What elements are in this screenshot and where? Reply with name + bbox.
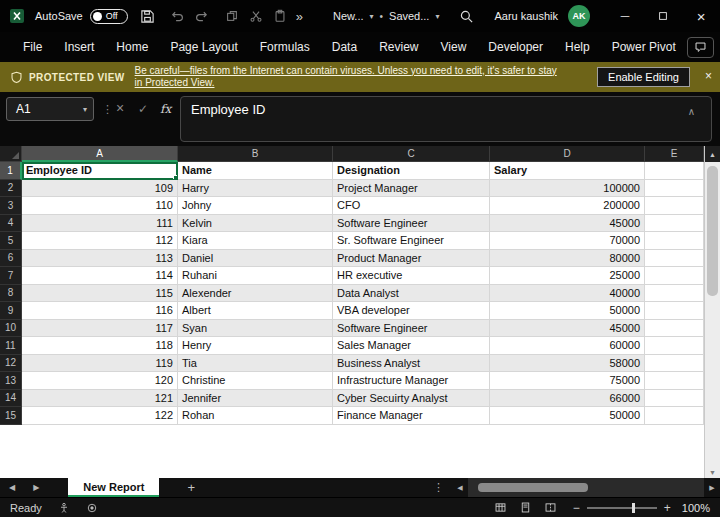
cell-e14[interactable]	[645, 390, 704, 408]
cell-a9[interactable]: 116	[22, 302, 178, 320]
cell-c7[interactable]: HR executive	[333, 267, 490, 285]
column-header-b[interactable]: B	[178, 146, 333, 162]
row-header-11[interactable]: 11	[0, 337, 22, 355]
scroll-down-icon[interactable]: ▼	[705, 469, 720, 476]
cell-b2[interactable]: Harry	[178, 180, 333, 198]
cell-a13[interactable]: 120	[22, 372, 178, 390]
accessibility-icon[interactable]	[58, 502, 70, 514]
cell-b6[interactable]: Daniel	[178, 250, 333, 268]
cell-b13[interactable]: Christine	[178, 372, 333, 390]
menu-view[interactable]: View	[430, 32, 478, 62]
search-button[interactable]	[455, 4, 479, 28]
cell-a3[interactable]: 110	[22, 197, 178, 215]
cell-b1[interactable]: Name	[178, 162, 333, 180]
cell-a5[interactable]: 112	[22, 232, 178, 250]
cell-a12[interactable]: 119	[22, 355, 178, 373]
zoom-in-button[interactable]: +	[664, 501, 671, 515]
zoom-slider-thumb[interactable]	[632, 503, 635, 513]
row-header-8[interactable]: 8	[0, 285, 22, 303]
vertical-scrollbar[interactable]: ▲ ▼	[704, 146, 720, 478]
cut-icon[interactable]	[244, 4, 268, 28]
name-box-resize-handle[interactable]: ⋮	[102, 103, 113, 116]
menu-formulas[interactable]: Formulas	[249, 32, 321, 62]
cell-d14[interactable]: 66000	[490, 390, 645, 408]
cell-a14[interactable]: 121	[22, 390, 178, 408]
cell-e11[interactable]	[645, 337, 704, 355]
comments-button[interactable]	[687, 37, 714, 58]
cell-b4[interactable]: Kelvin	[178, 215, 333, 233]
cell-d2[interactable]: 100000	[490, 180, 645, 198]
cancel-icon[interactable]: ×	[116, 100, 124, 116]
document-name[interactable]: New...	[333, 10, 364, 22]
cell-e13[interactable]	[645, 372, 704, 390]
cell-e12[interactable]	[645, 355, 704, 373]
normal-view-button[interactable]	[494, 501, 507, 514]
name-box[interactable]: A1 ▾	[6, 97, 94, 121]
scroll-left-icon[interactable]: ◀	[452, 484, 468, 492]
row-header-5[interactable]: 5	[0, 232, 22, 250]
cell-c15[interactable]: Finance Manager	[333, 407, 490, 425]
cell-e2[interactable]	[645, 180, 704, 198]
protected-view-message[interactable]: Be careful—files from the Internet can c…	[135, 65, 560, 90]
cell-c2[interactable]: Project Manager	[333, 180, 490, 198]
avatar[interactable]: AK	[568, 5, 590, 27]
row-header-3[interactable]: 3	[0, 197, 22, 215]
cell-e6[interactable]	[645, 250, 704, 268]
cell-c8[interactable]: Data Analyst	[333, 285, 490, 303]
copy-icon[interactable]	[220, 4, 244, 28]
cell-a15[interactable]: 122	[22, 407, 178, 425]
row-header-12[interactable]: 12	[0, 355, 22, 373]
cell-e1[interactable]	[645, 162, 704, 180]
cell-c13[interactable]: Infrastructure Manager	[333, 372, 490, 390]
cell-b8[interactable]: Alexender	[178, 285, 333, 303]
cell-d13[interactable]: 75000	[490, 372, 645, 390]
add-sheet-button[interactable]: +	[187, 480, 195, 495]
menu-data[interactable]: Data	[321, 32, 368, 62]
row-header-6[interactable]: 6	[0, 250, 22, 268]
column-header-c[interactable]: C	[333, 146, 490, 162]
page-layout-view-button[interactable]	[519, 501, 532, 514]
cell-b9[interactable]: Albert	[178, 302, 333, 320]
banner-close-icon[interactable]: ×	[705, 69, 712, 83]
cell-a6[interactable]: 113	[22, 250, 178, 268]
zoom-out-button[interactable]: −	[573, 501, 580, 515]
row-header-13[interactable]: 13	[0, 372, 22, 390]
menu-home[interactable]: Home	[105, 32, 159, 62]
cell-d12[interactable]: 58000	[490, 355, 645, 373]
next-sheet-icon[interactable]: ▶	[24, 483, 48, 492]
cell-e15[interactable]	[645, 407, 704, 425]
horizontal-scroll-thumb[interactable]	[478, 483, 588, 492]
zoom-slider[interactable]	[587, 507, 657, 509]
minimize-button[interactable]: ─	[606, 0, 644, 32]
cell-a10[interactable]: 117	[22, 320, 178, 338]
cell-a11[interactable]: 118	[22, 337, 178, 355]
cell-d15[interactable]: 50000	[490, 407, 645, 425]
menu-developer[interactable]: Developer	[477, 32, 554, 62]
sheet-tab-new-report[interactable]: New Report	[68, 478, 159, 497]
saved-status[interactable]: Saved...	[389, 10, 429, 22]
column-header-e[interactable]: E	[645, 146, 704, 162]
undo-button[interactable]	[166, 4, 190, 28]
cell-c3[interactable]: CFO	[333, 197, 490, 215]
cell-d7[interactable]: 25000	[490, 267, 645, 285]
tab-bar-splitter-icon[interactable]: ⋮	[433, 481, 444, 494]
row-header-2[interactable]: 2	[0, 180, 22, 198]
enable-editing-button[interactable]: Enable Editing	[597, 67, 690, 87]
insert-function-icon[interactable]: fx	[160, 102, 171, 116]
cell-b11[interactable]: Henry	[178, 337, 333, 355]
cell-b3[interactable]: Johny	[178, 197, 333, 215]
cell-d3[interactable]: 200000	[490, 197, 645, 215]
cell-b10[interactable]: Syan	[178, 320, 333, 338]
cell-a1[interactable]: Employee ID	[22, 162, 178, 180]
cell-b7[interactable]: Ruhani	[178, 267, 333, 285]
column-header-d[interactable]: D	[490, 146, 645, 162]
menu-power-pivot[interactable]: Power Pivot	[601, 32, 687, 62]
cell-a7[interactable]: 114	[22, 267, 178, 285]
cell-e3[interactable]	[645, 197, 704, 215]
row-header-9[interactable]: 9	[0, 302, 22, 320]
collapse-formula-bar-icon[interactable]: ∧	[688, 106, 695, 117]
cell-b5[interactable]: Kiara	[178, 232, 333, 250]
cell-d4[interactable]: 45000	[490, 215, 645, 233]
cell-d1[interactable]: Salary	[490, 162, 645, 180]
cell-e4[interactable]	[645, 215, 704, 233]
